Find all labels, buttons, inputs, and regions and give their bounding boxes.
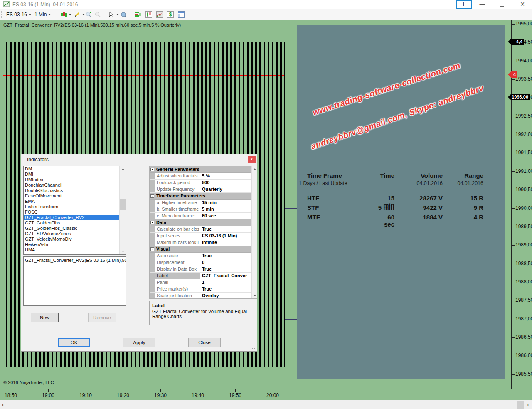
property-value[interactable]: Quarterly bbox=[200, 186, 257, 192]
property-row[interactable]: Scale justificationOverlay bbox=[150, 293, 257, 299]
property-grid[interactable]: -General ParametersAdjust when fractals5… bbox=[149, 166, 257, 299]
list-item[interactable]: DoubleStochastics bbox=[24, 188, 126, 193]
collapse-icon[interactable]: - bbox=[150, 247, 154, 251]
chart-style-button[interactable] bbox=[59, 10, 73, 19]
property-value[interactable]: 0 bbox=[200, 259, 257, 266]
property-row[interactable]: Input seriesES 03-16 (1 Min) bbox=[150, 233, 257, 239]
indicator-list[interactable]: DMDMIDMIndexDonchianChannelDoubleStochas… bbox=[23, 166, 126, 255]
property-category[interactable]: -Data bbox=[150, 219, 257, 226]
list-item[interactable]: HeikenAshi bbox=[24, 242, 126, 247]
panel-table-cell: Range bbox=[443, 172, 483, 180]
property-row[interactable]: Auto scaleTrue bbox=[150, 253, 257, 259]
list-item[interactable]: GZT_GoldenFibs bbox=[24, 220, 126, 226]
property-category[interactable]: -Timeframe Parameters bbox=[150, 193, 257, 200]
property-row[interactable]: Adjust when fractals5 % bbox=[150, 173, 257, 180]
property-row[interactable]: Lookback period500 bbox=[150, 180, 257, 186]
pencil-icon bbox=[74, 11, 81, 18]
time-axis-label: 19:00 bbox=[42, 392, 54, 398]
property-value[interactable]: 500 bbox=[200, 180, 257, 186]
property-value[interactable]: True bbox=[200, 266, 257, 272]
close-button[interactable]: ✕ bbox=[515, 0, 530, 9]
property-row[interactable]: Calculate on bar closTrue bbox=[150, 226, 257, 233]
property-row[interactable]: LabelGZT_Fractal_Conver bbox=[150, 273, 257, 279]
scroll-up-icon[interactable] bbox=[120, 166, 126, 172]
restore-button[interactable] bbox=[500, 2, 504, 6]
collapse-icon[interactable]: - bbox=[150, 194, 154, 198]
dollar-button[interactable]: $ bbox=[165, 10, 175, 19]
property-value[interactable]: True bbox=[200, 253, 257, 259]
new-button[interactable]: New bbox=[31, 313, 59, 322]
minimize-button[interactable]: — bbox=[475, 0, 489, 9]
list-item[interactable]: FisherTransform bbox=[24, 204, 126, 209]
property-value[interactable]: GZT_Fractal_Conver bbox=[200, 273, 257, 279]
property-value[interactable]: Overlay bbox=[200, 293, 257, 299]
property-row[interactable]: Displacement0 bbox=[150, 259, 257, 266]
ok-button[interactable]: OK bbox=[58, 338, 90, 347]
list-item[interactable]: GZT_VelocityMomoDiv bbox=[24, 237, 126, 242]
scrollbar-thumb[interactable] bbox=[517, 401, 524, 409]
price-axis-label: 1994,00 bbox=[515, 58, 532, 64]
collapse-icon[interactable]: - bbox=[150, 168, 154, 171]
property-value[interactable]: 5 min bbox=[200, 206, 257, 212]
property-category[interactable]: -General Parameters bbox=[150, 166, 257, 173]
scroll-left-icon[interactable]: ‹ bbox=[2, 402, 4, 408]
panel-table-cell: 1 Days / Last Update bbox=[297, 180, 376, 195]
scroll-right-icon[interactable]: › bbox=[527, 402, 529, 408]
list-item[interactable]: DonchianChannel bbox=[24, 182, 126, 188]
property-row[interactable]: a. Higher timeframe15 min bbox=[150, 200, 257, 206]
list-item[interactable]: GZT_GoldenFibs_Classic bbox=[24, 226, 126, 231]
properties-button[interactable] bbox=[176, 10, 186, 19]
property-value[interactable]: True bbox=[200, 226, 257, 232]
property-row[interactable]: Update FrequencyQuarterly bbox=[150, 186, 257, 193]
interval-dropdown[interactable]: 1 Min bbox=[33, 10, 52, 19]
property-value[interactable]: 1 bbox=[200, 279, 257, 286]
link-button[interactable]: L bbox=[456, 0, 472, 9]
zoom-in-button[interactable] bbox=[84, 10, 94, 19]
property-value[interactable]: ES 03-16 (1 Min) bbox=[200, 233, 257, 239]
property-value[interactable]: True bbox=[200, 286, 257, 292]
data-box-button[interactable] bbox=[119, 10, 128, 19]
dialog-title-bar[interactable]: Indicators x bbox=[21, 154, 257, 165]
scrollbar-thumb[interactable] bbox=[120, 199, 126, 210]
price-axis-label: 1989,00 bbox=[515, 242, 532, 248]
horizontal-scrollbar[interactable]: ‹ › bbox=[0, 400, 532, 409]
close-dialog-button[interactable]: Close bbox=[188, 338, 221, 347]
dialog-close-button[interactable]: x bbox=[248, 156, 256, 163]
scroll-down-icon[interactable] bbox=[120, 249, 126, 254]
chart-trader-button[interactable] bbox=[133, 10, 143, 19]
list-item[interactable]: FOSC bbox=[24, 209, 126, 215]
instrument-dropdown[interactable]: ES 03-16 bbox=[5, 10, 32, 19]
list-item[interactable]: DMI bbox=[24, 172, 126, 177]
candlestick-panel-button[interactable] bbox=[144, 10, 153, 19]
property-category[interactable]: -Visual bbox=[150, 246, 257, 253]
property-row[interactable]: Display in Data BoxTrue bbox=[150, 266, 257, 273]
property-row[interactable]: Panel1 bbox=[150, 279, 257, 286]
property-row[interactable]: Price marker(s)True bbox=[150, 286, 257, 293]
property-value[interactable]: 60 sec bbox=[200, 213, 257, 219]
property-value[interactable]: Infinite bbox=[200, 239, 257, 246]
line-chart-button[interactable] bbox=[155, 10, 164, 19]
property-row[interactable]: c. Micro timeframe60 sec bbox=[150, 213, 257, 219]
list-item[interactable]: HMA bbox=[24, 247, 126, 253]
scroll-down-icon[interactable] bbox=[252, 293, 257, 298]
list-scrollbar[interactable] bbox=[119, 166, 126, 254]
property-value[interactable]: 15 min bbox=[200, 200, 257, 206]
property-row[interactable]: b. Smaller timeframe5 min bbox=[150, 206, 257, 213]
list-item[interactable]: EaseOfMovement bbox=[24, 193, 126, 199]
list-item[interactable]: DMIndex bbox=[24, 177, 126, 182]
grid-scrollbar[interactable] bbox=[251, 166, 257, 298]
apply-button[interactable]: Apply bbox=[123, 338, 155, 347]
scroll-up-icon[interactable] bbox=[252, 166, 257, 172]
collapse-icon[interactable]: - bbox=[150, 221, 154, 224]
list-item[interactable]: GZT_Fractal_Converter_RV2 bbox=[24, 215, 126, 220]
list-item[interactable]: DM bbox=[24, 166, 126, 172]
configured-indicators-box[interactable]: GZT_Fractal_Converter_RV2(ES 03-16 (1 Mi… bbox=[23, 256, 126, 306]
property-row[interactable]: Maximum bars look lInfinite bbox=[150, 239, 257, 246]
list-item[interactable]: GZT_SDVolumeZones bbox=[24, 231, 126, 237]
time-tick bbox=[86, 389, 86, 392]
cursor-button[interactable] bbox=[106, 10, 120, 19]
resize-grip[interactable] bbox=[252, 346, 256, 350]
property-value[interactable]: 5 % bbox=[200, 173, 257, 179]
list-item[interactable]: EMA bbox=[24, 199, 126, 204]
toolbar-grip-icon[interactable] bbox=[1, 11, 2, 18]
